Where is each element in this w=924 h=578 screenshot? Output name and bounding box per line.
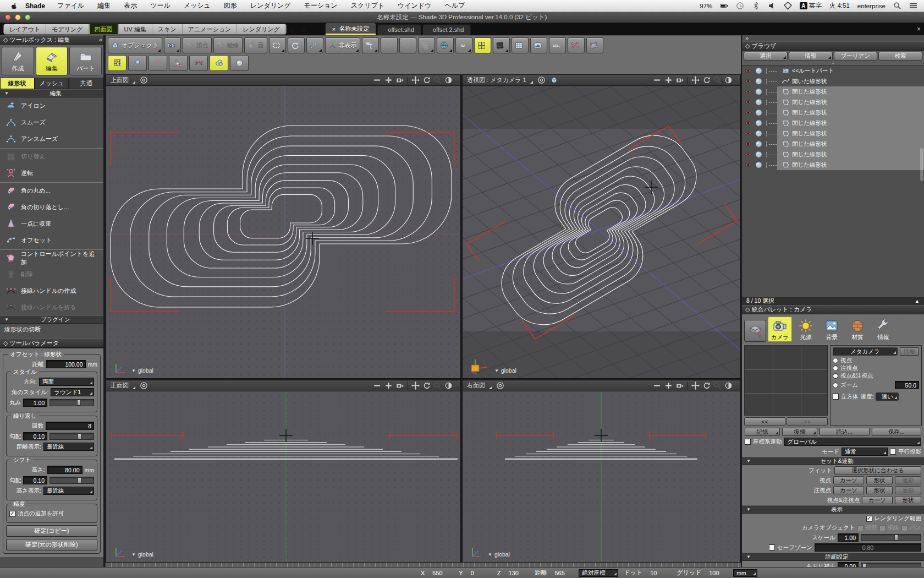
- workspace-tab[interactable]: モデリング: [46, 24, 89, 35]
- toolbar-button[interactable]: [108, 55, 127, 71]
- roundness-slider[interactable]: [50, 399, 94, 406]
- toolbar-button[interactable]: [306, 37, 323, 53]
- top-view-drawing[interactable]: [106, 86, 460, 378]
- tool-list-item[interactable]: 逆転: [0, 165, 103, 181]
- confirm-delete-button[interactable]: 確定(元の形状削除): [6, 539, 97, 550]
- view-target-icon[interactable]: [140, 76, 148, 84]
- toolbox-tab[interactable]: 線形状: [0, 78, 35, 89]
- zoom-out-icon[interactable]: [373, 381, 381, 390]
- palette-restore-button[interactable]: [744, 320, 766, 342]
- mode-dropdown[interactable]: 通常: [842, 448, 888, 456]
- bluetooth-icon[interactable]: [752, 2, 760, 10]
- browser-tree-row[interactable]: ┆---- <<ルートパート: [742, 66, 924, 76]
- render-flag-icon[interactable]: [755, 77, 763, 85]
- zoom-out-icon[interactable]: [373, 76, 381, 84]
- menu-item[interactable]: ファイル: [57, 1, 84, 10]
- workspace-add-button[interactable]: +: [287, 25, 298, 35]
- pan-icon[interactable]: [691, 76, 700, 84]
- pan-icon[interactable]: [411, 76, 420, 84]
- corner-style-dropdown[interactable]: ラウンド1: [51, 388, 94, 396]
- visibility-eye-icon[interactable]: [744, 67, 752, 75]
- timemachine-icon[interactable]: [736, 2, 744, 10]
- toolbar-button[interactable]: [530, 37, 547, 53]
- memory-button[interactable]: 記憶: [745, 428, 780, 436]
- pan-icon[interactable]: [691, 381, 700, 390]
- save-button[interactable]: 保存...: [872, 428, 922, 436]
- palette-tab[interactable]: カメラ: [768, 317, 792, 342]
- menu-item[interactable]: メッシュ: [184, 1, 211, 10]
- camera-radio-row[interactable]: 注視点: [833, 364, 919, 372]
- render-flag-icon[interactable]: [755, 108, 763, 117]
- tool-params-header[interactable]: ◇ ツールパラメータ: [0, 339, 103, 348]
- palette-tab[interactable]: 材質: [845, 317, 870, 342]
- camera-prev-button[interactable]: <<: [744, 417, 785, 426]
- viewpoint-link-button[interactable]: 連動: [895, 476, 921, 484]
- visibility-eye-icon[interactable]: [744, 98, 752, 106]
- workspace-tab[interactable]: レイアウト: [4, 24, 46, 35]
- user-name[interactable]: enterprise: [857, 3, 886, 9]
- menu-item[interactable]: 表示: [124, 1, 137, 10]
- toolbar-button[interactable]: [164, 37, 181, 53]
- zoom-in-icon[interactable]: [384, 381, 393, 390]
- distance-display-dropdown[interactable]: 最近線: [43, 443, 94, 451]
- sight-checkbox[interactable]: [879, 525, 886, 531]
- collapse-up-icon[interactable]: ▲: [915, 298, 920, 304]
- roundness-input[interactable]: 1.00: [23, 399, 47, 407]
- toolbar-button[interactable]: 頂点: [183, 37, 212, 53]
- tool-list-item[interactable]: オフセット: [0, 232, 103, 248]
- rotate-view-icon[interactable]: [422, 76, 431, 84]
- parallel-checkbox[interactable]: [890, 449, 896, 455]
- menu-item[interactable]: モーション: [304, 1, 338, 10]
- render-flag-icon[interactable]: [755, 88, 763, 96]
- camera-radio-row[interactable]: 視点: [833, 357, 919, 364]
- tool-list-item[interactable]: アンスムーズ: [0, 130, 103, 147]
- coord-link-checkbox[interactable]: [745, 439, 751, 445]
- viewport-perspective-title[interactable]: 透視図 : メタカメラ 1: [467, 76, 533, 84]
- load-button[interactable]: 読込...: [820, 428, 870, 436]
- path-checkbox[interactable]: [901, 525, 908, 531]
- visibility-eye-icon[interactable]: [744, 88, 752, 96]
- both-cursor-button[interactable]: カーソ: [862, 496, 893, 504]
- battery-icon[interactable]: [720, 2, 728, 10]
- toolbar-button[interactable]: [474, 37, 491, 53]
- viewport-front-coord-label[interactable]: ▼ global: [131, 551, 153, 558]
- zoom-tool-icon[interactable]: [713, 76, 722, 84]
- toolbar-button[interactable]: [269, 37, 286, 53]
- toolbar-button[interactable]: XZ: [455, 37, 472, 53]
- viewport-front-canvas[interactable]: ▼ global: [106, 391, 460, 562]
- render-flag-icon[interactable]: [755, 98, 763, 106]
- view-target-icon[interactable]: [496, 381, 504, 390]
- viewpoint-cursor-button[interactable]: カーソ: [833, 476, 864, 484]
- toolbar-button[interactable]: [288, 37, 305, 53]
- zoom-window-button[interactable]: [25, 14, 31, 20]
- zoom-in-icon[interactable]: [664, 76, 673, 84]
- render-flag-icon[interactable]: [755, 161, 763, 169]
- scale-slider[interactable]: [861, 534, 921, 541]
- browser-tab[interactable]: 情報: [789, 52, 833, 61]
- direction-dropdown[interactable]: 両面: [39, 378, 94, 386]
- menu-item[interactable]: レンダリング: [250, 1, 291, 10]
- coord-link-dropdown[interactable]: グローバル: [784, 438, 922, 446]
- view-target-icon[interactable]: [140, 381, 148, 390]
- palette-tab[interactable]: 情報: [871, 317, 895, 342]
- document-tab[interactable]: offset 2.shd: [422, 24, 471, 35]
- viewport-camera-icon[interactable]: [396, 76, 404, 84]
- zoom-out-icon[interactable]: [653, 76, 661, 84]
- browser-tab[interactable]: ブーリアン: [834, 52, 878, 61]
- toolbar-button[interactable]: [512, 37, 529, 53]
- dolly-icon[interactable]: [444, 381, 453, 390]
- browser-tree-row[interactable]: ┆---- 閉じた線形状: [742, 128, 924, 139]
- toolbar-button[interactable]: [381, 37, 398, 53]
- plugin-section-header[interactable]: ▼ プラグイン: [0, 315, 103, 324]
- shift-height-input[interactable]: 80.00: [47, 466, 82, 474]
- tabbar-close-icon[interactable]: ×: [917, 25, 921, 33]
- browser-tree-row[interactable]: ┆---- 開いた線形状: [742, 76, 924, 86]
- perspective-drawing[interactable]: [463, 86, 740, 378]
- expand-panel-icon[interactable]: »: [742, 35, 924, 41]
- browser-tree-row[interactable]: ┆---- 閉じた線形状: [742, 86, 924, 97]
- browser-header[interactable]: ◇ ブラウザ: [742, 41, 924, 51]
- menu-item-app[interactable]: Shade: [25, 2, 45, 10]
- set-link-section[interactable]: ▼ セット&連動: [742, 457, 924, 465]
- shift-slope-input[interactable]: 0.10: [23, 476, 47, 484]
- spotlight-diamond-icon[interactable]: [784, 2, 792, 10]
